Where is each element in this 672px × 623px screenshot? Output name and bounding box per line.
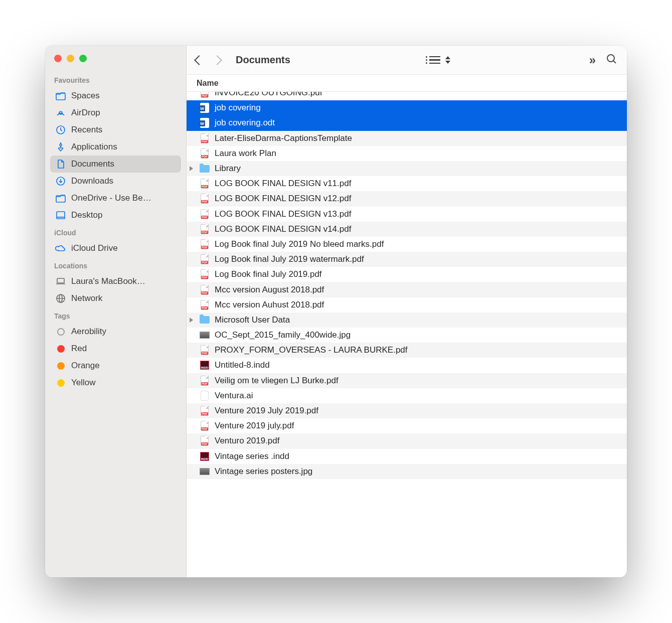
folder-icon bbox=[200, 316, 210, 324]
pdf-icon bbox=[201, 194, 209, 204]
indd-icon bbox=[200, 361, 209, 370]
file-row[interactable]: Laura work Plan bbox=[187, 146, 627, 161]
pdf-icon bbox=[201, 209, 209, 219]
folder-icon bbox=[200, 165, 210, 173]
file-row[interactable]: Log Book final July 2019 watermark.pdf bbox=[187, 252, 627, 267]
view-mode-control[interactable] bbox=[429, 56, 450, 64]
file-name: Library bbox=[215, 164, 241, 174]
file-row[interactable]: Venture 2019 July 2019.pdf bbox=[187, 403, 627, 418]
file-row[interactable]: Vintage series .indd bbox=[187, 449, 627, 464]
file-name: Log Book final July 2019.pdf bbox=[215, 269, 322, 279]
overflow-button[interactable]: » bbox=[589, 53, 596, 67]
file-row[interactable]: Library bbox=[187, 161, 627, 176]
globe-icon bbox=[55, 293, 66, 304]
column-header-name[interactable]: Name bbox=[187, 75, 627, 92]
tag-dot-icon bbox=[57, 345, 65, 353]
tag-label: Yellow bbox=[71, 378, 96, 388]
file-row[interactable]: Log Book final July 2019.pdf bbox=[187, 267, 627, 282]
disclosure-triangle-icon[interactable] bbox=[190, 166, 193, 171]
file-row[interactable]: Ventura.ai bbox=[187, 388, 627, 403]
sidebar-item-desktop[interactable]: Desktop bbox=[50, 207, 181, 224]
tag-aerobility[interactable]: Aerobility bbox=[50, 323, 181, 340]
file-row[interactable]: Mcc version Auhust 2018.pdf bbox=[187, 297, 627, 313]
file-row[interactable]: Venture 2019 july.pdf bbox=[187, 418, 627, 433]
search-button[interactable] bbox=[606, 53, 618, 67]
file-row[interactable]: LOG BOOK FINAL DESIGN v14.pdf bbox=[187, 222, 627, 237]
sidebar-item-icloud-drive[interactable]: iCloud Drive bbox=[50, 240, 181, 257]
sidebar-item-documents[interactable]: Documents bbox=[50, 155, 181, 173]
file-name: Venture 2019 July 2019.pdf bbox=[215, 406, 318, 416]
sidebar-item-label: Documents bbox=[71, 159, 114, 169]
word-icon bbox=[200, 103, 209, 113]
file-name: Mcc version Auhust 2018.pdf bbox=[215, 300, 324, 310]
finder-window: Favourites SpacesAirDropRecentsApplicati… bbox=[45, 46, 627, 577]
maximize-button[interactable] bbox=[79, 55, 87, 62]
file-row[interactable]: PROXY_FORM_OVERSEAS - LAURA BURKE.pdf bbox=[187, 343, 627, 358]
folder-icon bbox=[55, 193, 66, 204]
sidebar-item-recents[interactable]: Recents bbox=[50, 121, 181, 138]
pdf-icon bbox=[201, 406, 209, 416]
sidebar-item-spaces[interactable]: Spaces bbox=[50, 87, 181, 104]
file-row[interactable]: Veilig om te vliegen LJ Burke.pdf bbox=[187, 373, 627, 388]
sidebar-section-tags: Tags bbox=[50, 307, 181, 323]
file-row[interactable]: Later-EliseDarma-CaptionsTemplate bbox=[187, 131, 627, 146]
sidebar-item-applications[interactable]: Applications bbox=[50, 138, 181, 155]
pdf-icon bbox=[201, 421, 209, 431]
pdf-icon bbox=[201, 148, 209, 159]
file-row[interactable]: OC_Sept_2015_family_400wide.jpg bbox=[187, 328, 627, 343]
forward-button[interactable] bbox=[212, 55, 222, 65]
file-row[interactable]: Vintage series posters.jpg bbox=[187, 464, 627, 479]
close-button[interactable] bbox=[54, 55, 62, 62]
sidebar-item-downloads[interactable]: Downloads bbox=[50, 173, 181, 190]
file-row[interactable]: Log Book final July 2019 No bleed marks.… bbox=[187, 237, 627, 252]
airdrop-icon bbox=[55, 107, 66, 118]
tag-label: Red bbox=[71, 344, 87, 354]
window-title: Documents bbox=[236, 54, 290, 66]
back-button[interactable] bbox=[194, 55, 204, 65]
sidebar-section-favourites: Favourites bbox=[50, 71, 181, 87]
pdf-icon bbox=[201, 436, 209, 446]
tag-icon bbox=[55, 343, 66, 354]
file-name: LOG BOOK FINAL DESIGN v11.pdf bbox=[215, 179, 351, 189]
file-list[interactable]: INVOICE20 OUTGOING.pdfjob coveringjob co… bbox=[187, 92, 627, 577]
file-name: OC_Sept_2015_family_400wide.jpg bbox=[215, 330, 351, 340]
file-name: LOG BOOK FINAL DESIGN v13.pdf bbox=[215, 209, 351, 219]
sidebar-item-label: Desktop bbox=[71, 210, 102, 220]
file-row[interactable]: LOG BOOK FINAL DESIGN v11.pdf bbox=[187, 176, 627, 191]
file-row[interactable]: LOG BOOK FINAL DESIGN v12.pdf bbox=[187, 191, 627, 206]
sidebar-item-airdrop[interactable]: AirDrop bbox=[50, 104, 181, 121]
file-row[interactable]: job covering.odt bbox=[187, 115, 627, 130]
svg-point-12 bbox=[607, 55, 614, 62]
file-row[interactable]: LOG BOOK FINAL DESIGN v13.pdf bbox=[187, 207, 627, 222]
svg-line-13 bbox=[613, 61, 616, 63]
disclosure-triangle-icon[interactable] bbox=[190, 318, 193, 323]
pdf-icon bbox=[201, 133, 209, 143]
sidebar-item-network[interactable]: Network bbox=[50, 290, 181, 307]
file-name: Later-EliseDarma-CaptionsTemplate bbox=[215, 133, 352, 143]
file-row[interactable]: Untitled-8.indd bbox=[187, 358, 627, 373]
file-row[interactable]: job covering bbox=[187, 100, 627, 115]
file-row[interactable]: INVOICE20 OUTGOING.pdf bbox=[187, 92, 627, 100]
file-row[interactable]: Venturo 2019.pdf bbox=[187, 433, 627, 448]
tag-red[interactable]: Red bbox=[50, 340, 181, 357]
file-name: Vintage series .indd bbox=[215, 451, 289, 461]
file-name: Untitled-8.indd bbox=[215, 360, 270, 370]
list-view-icon bbox=[429, 56, 440, 64]
clock-icon bbox=[55, 124, 66, 135]
download-icon bbox=[55, 176, 66, 187]
tag-orange[interactable]: Orange bbox=[50, 357, 181, 374]
file-name: Venturo 2019.pdf bbox=[215, 436, 280, 446]
sidebar-item-laura-s-macbook-[interactable]: Laura's MacBook… bbox=[50, 273, 181, 290]
file-name: Venture 2019 july.pdf bbox=[215, 421, 294, 431]
indd-icon bbox=[200, 452, 209, 461]
file-row[interactable]: Microsoft User Data bbox=[187, 313, 627, 328]
sidebar-item-label: OneDrive - Use Be… bbox=[71, 193, 151, 203]
file-row[interactable]: Mcc version August 2018.pdf bbox=[187, 282, 627, 297]
file-name: LOG BOOK FINAL DESIGN v14.pdf bbox=[215, 224, 351, 234]
sidebar-item-onedrive-use-be-[interactable]: OneDrive - Use Be… bbox=[50, 190, 181, 207]
pdf-icon bbox=[201, 239, 209, 249]
tag-yellow[interactable]: Yellow bbox=[50, 374, 181, 391]
minimize-button[interactable] bbox=[67, 55, 74, 62]
sidebar-item-label: AirDrop bbox=[71, 108, 100, 118]
file-name: Log Book final July 2019 watermark.pdf bbox=[215, 254, 364, 264]
